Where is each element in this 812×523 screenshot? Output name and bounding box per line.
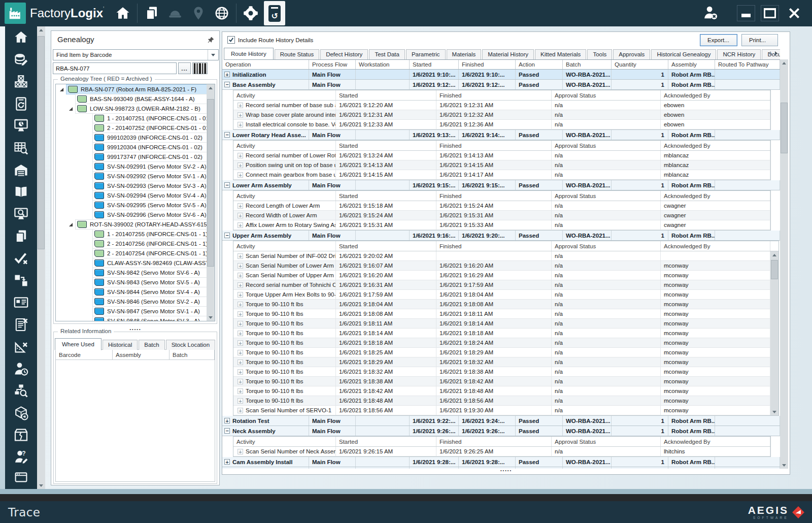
expander-icon[interactable]: + xyxy=(238,103,243,108)
tree-item[interactable]: 999173747 (INFORCE-CNS-01 - 02) xyxy=(56,152,207,161)
activity-row[interactable]: +Torque to 90-110 ft lbs1/6/2021 9:18:25… xyxy=(233,348,779,357)
activity-row[interactable]: +Torque to 90-110 ft lbs1/6/2021 9:18:18… xyxy=(233,338,779,348)
sidebar-item-dashboard[interactable] xyxy=(5,115,37,137)
activity-row[interactable]: +Torque to 90-110 ft lbs1/6/2021 9:18:42… xyxy=(233,386,779,396)
scroll-up-icon[interactable] xyxy=(770,251,779,259)
expander-icon[interactable]: − xyxy=(224,428,230,434)
column-header[interactable]: Quantity xyxy=(612,59,668,69)
column-header[interactable]: Activity xyxy=(233,191,336,201)
tab-defect-history[interactable]: Defect History xyxy=(320,49,368,59)
sidebar-item-warehouse[interactable] xyxy=(5,159,37,181)
tab-materials[interactable]: Materials xyxy=(447,49,482,59)
expander-icon[interactable]: + xyxy=(238,388,243,394)
activity-row[interactable]: +Torque to 90-110 ft lbs1/6/2021 9:18:11… xyxy=(233,319,779,329)
tree-item[interactable]: SV-SN-9842 (Servo Motor SV-6 - A) xyxy=(56,268,207,277)
activity-row[interactable]: +Torque to 90-110 ft lbs1/6/2021 9:18:14… xyxy=(233,329,779,338)
column-header[interactable]: Approval Status xyxy=(552,141,661,150)
column-header[interactable]: Activity xyxy=(233,437,336,446)
scroll-up-icon[interactable] xyxy=(780,59,788,67)
tab-kitted-materials[interactable]: Kitted Materials xyxy=(535,49,586,59)
column-header[interactable]: Activity xyxy=(233,141,336,150)
expander-icon[interactable]: + xyxy=(224,459,230,465)
scrollbar-thumb[interactable] xyxy=(781,103,788,153)
expander-icon[interactable]: − xyxy=(224,82,230,87)
sidebar-scrollbar[interactable] xyxy=(37,26,45,489)
sidebar-item-box-arrow[interactable] xyxy=(5,402,37,424)
column-header[interactable]: Barcode xyxy=(56,350,113,359)
column-header[interactable]: Approval Status xyxy=(552,437,661,446)
tree-item[interactable]: SV-SN-092995 (Servo Motor SV-5 - A) xyxy=(56,200,207,210)
expander-icon[interactable]: + xyxy=(238,359,243,365)
tree-item[interactable]: RBA-SN-077 (Robot Arm RBA-825-2021 - F) xyxy=(56,84,207,94)
activity-row[interactable]: +Install electrical console to base. Ver… xyxy=(233,120,770,129)
expander-icon[interactable]: + xyxy=(238,263,243,269)
sidebar-item-book-open[interactable] xyxy=(5,181,37,204)
activity-scrollbar[interactable] xyxy=(770,251,779,415)
expander-icon[interactable]: + xyxy=(238,398,243,404)
close-button[interactable] xyxy=(785,5,804,21)
activity-row[interactable]: +Torque to 90-110 ft lbs1/6/2021 9:18:38… xyxy=(233,377,779,386)
activity-row[interactable]: +Connect main gearbox from base unit ...… xyxy=(233,170,770,180)
trace-module-icon[interactable]: ↺ xyxy=(264,1,285,25)
sidebar-item-clipboard-x[interactable] xyxy=(5,314,37,336)
tree-item[interactable]: SV-SN-9848 (Servo Motor SV-3 - A) xyxy=(56,316,207,321)
column-header[interactable]: Workstation xyxy=(356,59,410,69)
tab-approvals[interactable]: Approvals xyxy=(613,49,650,59)
expander-icon[interactable]: + xyxy=(238,282,243,288)
sidebar-item-ruler-x[interactable] xyxy=(5,336,37,358)
scrollbar-thumb[interactable] xyxy=(38,36,45,249)
sidebar-item-browser-partial[interactable] xyxy=(5,468,37,489)
pin-icon[interactable] xyxy=(208,37,214,44)
tab-stock-location[interactable]: Stock Location xyxy=(166,340,215,350)
column-header[interactable]: Acknowledged By xyxy=(661,241,770,251)
find-mode-dropdown[interactable]: Find Item by Barcode xyxy=(53,49,219,60)
expander-icon[interactable]: + xyxy=(238,379,243,384)
expander-icon[interactable]: + xyxy=(238,408,243,413)
sidebar-item-pages-copy[interactable] xyxy=(5,225,37,248)
sidebar-item-crates[interactable] xyxy=(5,71,37,93)
print-button[interactable]: Print... xyxy=(741,34,778,46)
tab-route-status[interactable]: Route Status xyxy=(275,49,319,59)
column-header[interactable]: Activity xyxy=(233,90,336,100)
column-header[interactable]: Started xyxy=(336,141,436,150)
tab-material-history[interactable]: Material History xyxy=(482,49,534,59)
scrollbar-thumb[interactable] xyxy=(207,99,214,267)
operation-row[interactable]: −Base AssemblyMain Flow1/6/2021 9:12:...… xyxy=(222,80,780,90)
tree-item[interactable]: 2 - 201407254 (INFORCE-CNS-01 - 1) xyxy=(56,248,207,258)
operation-row[interactable]: −Neck AssemblyMain Flow1/6/2021 9:26:...… xyxy=(222,426,780,436)
tab-scroll-right-icon[interactable] xyxy=(775,51,777,55)
tree-item[interactable]: SV-SN-9844 (Servo Motor SV-4 - A) xyxy=(56,287,207,297)
expander-icon[interactable]: + xyxy=(224,418,230,423)
scroll-up-icon[interactable] xyxy=(37,26,45,34)
scroll-up-icon[interactable] xyxy=(207,84,215,92)
operation-row[interactable]: −Upper Arm AssemblyMain Flow1/6/2021 9:1… xyxy=(222,231,780,241)
expander-icon[interactable]: + xyxy=(238,331,243,336)
scan-barcode-button[interactable] xyxy=(192,62,208,74)
tree-item[interactable]: SV-SN-092993 (Servo Motor SV-3 - A) xyxy=(56,181,207,190)
tree-item[interactable]: 999102039 (INFORCE-CNS-01 - 02) xyxy=(56,133,207,142)
sidebar-item-flow-search[interactable] xyxy=(5,380,37,402)
sidebar-item-check-x[interactable] xyxy=(5,247,37,270)
sidebar-item-database-edit[interactable] xyxy=(5,49,37,71)
expander-icon[interactable]: − xyxy=(224,182,230,188)
tree-item[interactable]: 2 - 201407252 (INFORCE-CNS-01 - 01) xyxy=(56,123,207,133)
gear-icon[interactable] xyxy=(239,0,262,26)
activity-row[interactable]: +Affix Lower Arm to Rotary Swing Asse...… xyxy=(233,220,770,230)
tab-where-used[interactable]: Where Used xyxy=(55,338,101,350)
globe-icon[interactable] xyxy=(210,0,233,26)
splitter-handle[interactable]: ..... xyxy=(222,467,790,472)
column-header[interactable]: Started xyxy=(336,191,436,201)
operation-row[interactable]: +Rotation TestMain Flow1/6/2021 9:22:...… xyxy=(222,416,780,426)
column-header[interactable]: Operation xyxy=(222,59,309,69)
expander-icon[interactable]: + xyxy=(238,162,243,168)
tab-parametric[interactable]: Parametric xyxy=(406,49,446,59)
tree-item[interactable]: SV-SN-092994 (Servo Motor SV-4 - A) xyxy=(56,190,207,200)
activity-row[interactable]: +Record serial number of Tohnichi CEM...… xyxy=(233,280,779,290)
column-header[interactable]: Activity xyxy=(233,241,336,251)
export-button[interactable]: Export... xyxy=(700,34,737,46)
tree-item[interactable]: SV-SN-092991 (Servo Motor SV-2 - A) xyxy=(56,161,207,171)
expander-icon[interactable]: + xyxy=(238,321,243,326)
scroll-down-icon[interactable] xyxy=(37,481,45,489)
minimize-button[interactable] xyxy=(737,5,755,21)
column-header[interactable]: Batch xyxy=(170,350,215,359)
